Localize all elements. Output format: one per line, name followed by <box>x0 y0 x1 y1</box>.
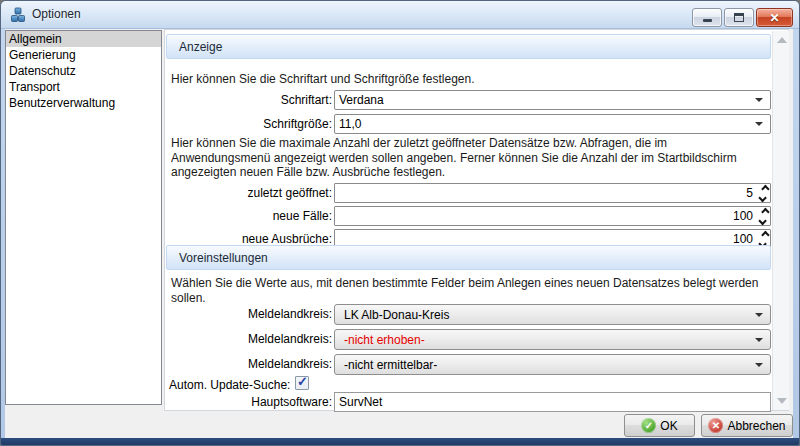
sidebar-item-datenschutz[interactable]: Datenschutz <box>6 63 161 79</box>
chevron-down-icon <box>755 338 763 342</box>
ok-button-label: OK <box>660 419 677 433</box>
font-family-select[interactable]: Verdana <box>334 90 771 110</box>
section-header-voreinstellungen: Voreinstellungen <box>166 245 771 270</box>
spinner-arrows-icon[interactable] <box>757 207 770 225</box>
font-family-value: Verdana <box>335 93 755 107</box>
maximize-button[interactable] <box>724 8 754 27</box>
chevron-down-icon <box>755 363 763 367</box>
font-family-label: Schriftart: <box>165 90 332 110</box>
voreinstellungen-intro-text: Wählen Sie die Werte aus, mit denen best… <box>171 276 769 305</box>
chevron-down-icon <box>755 313 763 317</box>
window-controls: ✕ <box>692 8 793 27</box>
ok-check-icon: ✓ <box>641 418 656 433</box>
chevron-down-icon <box>755 98 763 102</box>
chevron-down-icon <box>755 122 763 126</box>
minimize-button[interactable] <box>692 8 722 27</box>
sidebar-item-allgemein[interactable]: Allgemein <box>6 31 161 47</box>
font-size-select[interactable]: 11,0 <box>334 114 771 134</box>
close-icon: ✕ <box>769 12 779 24</box>
cancel-button[interactable]: ✕ Abbrechen <box>701 414 793 437</box>
ok-button[interactable]: ✓ OK <box>624 414 695 437</box>
check-icon: ✓ <box>297 374 308 389</box>
titlebar[interactable]: Optionen ✕ <box>1 1 799 29</box>
recently-opened-spinner[interactable]: 5 <box>334 183 771 203</box>
counts-intro-text: Hier können Sie die maximale Anzahl der … <box>171 136 769 180</box>
auto-update-label: Autom. Update-Suche: <box>169 377 290 393</box>
vertical-scrollbar[interactable] <box>772 31 789 410</box>
meldelandkreis-label-1: Meldelandkreis: <box>165 304 332 324</box>
anzeige-intro-text: Hier können Sie die Schriftart und Schri… <box>171 72 769 87</box>
new-outbreaks-value: 100 <box>335 232 757 246</box>
scroll-up-icon[interactable] <box>777 37 787 43</box>
meldelandkreis-select-1[interactable]: LK Alb-Donau-Kreis <box>334 304 771 325</box>
recently-opened-value: 5 <box>335 186 757 200</box>
meldelandkreis-select-2[interactable]: -nicht erhoben- <box>334 329 771 350</box>
content-panel: Anzeige Hier können Sie die Schriftart u… <box>164 29 789 411</box>
font-size-label: Schriftgröße: <box>165 114 332 134</box>
cancel-button-label: Abbrechen <box>727 419 785 433</box>
sidebar-item-transport[interactable]: Transport <box>6 79 161 95</box>
cancel-x-icon: ✕ <box>708 418 723 433</box>
new-cases-spinner[interactable]: 100 <box>334 206 771 226</box>
meldelandkreis-value-1: LK Alb-Donau-Kreis <box>335 308 755 322</box>
scroll-down-icon[interactable] <box>777 398 787 404</box>
dialog-body: Allgemein Generierung Datenschutz Transp… <box>5 29 793 438</box>
minimize-icon <box>703 19 712 22</box>
meldelandkreis-label-2: Meldelandkreis: <box>165 329 332 349</box>
auto-update-checkbox[interactable]: ✓ <box>295 376 309 390</box>
close-button[interactable]: ✕ <box>756 8 793 27</box>
new-cases-value: 100 <box>335 209 757 223</box>
sidebar-item-generierung[interactable]: Generierung <box>6 47 161 63</box>
spinner-arrows-icon[interactable] <box>757 184 770 202</box>
category-list: Allgemein Generierung Datenschutz Transp… <box>5 30 162 405</box>
meldelandkreis-select-3[interactable]: -nicht ermittelbar- <box>334 354 771 375</box>
recently-opened-label: zuletzt geöffnet: <box>165 183 332 203</box>
maximize-icon <box>734 13 744 22</box>
window-bottom-border <box>1 438 799 445</box>
font-size-value: 11,0 <box>335 117 755 131</box>
sidebar-item-benutzerverwaltung[interactable]: Benutzerverwaltung <box>6 95 161 111</box>
app-icon <box>10 7 26 23</box>
section-header-anzeige: Anzeige <box>166 34 771 59</box>
window-title: Optionen <box>32 1 81 28</box>
options-dialog: Optionen ✕ Allgemein Generierung Datensc… <box>0 0 800 446</box>
button-bar: ✓ OK ✕ Abbrechen <box>5 409 793 438</box>
meldelandkreis-label-3: Meldelandkreis: <box>165 354 332 374</box>
new-cases-label: neue Fälle: <box>165 206 332 226</box>
meldelandkreis-value-3: -nicht ermittelbar- <box>335 358 755 372</box>
meldelandkreis-value-2: -nicht erhoben- <box>335 333 755 347</box>
